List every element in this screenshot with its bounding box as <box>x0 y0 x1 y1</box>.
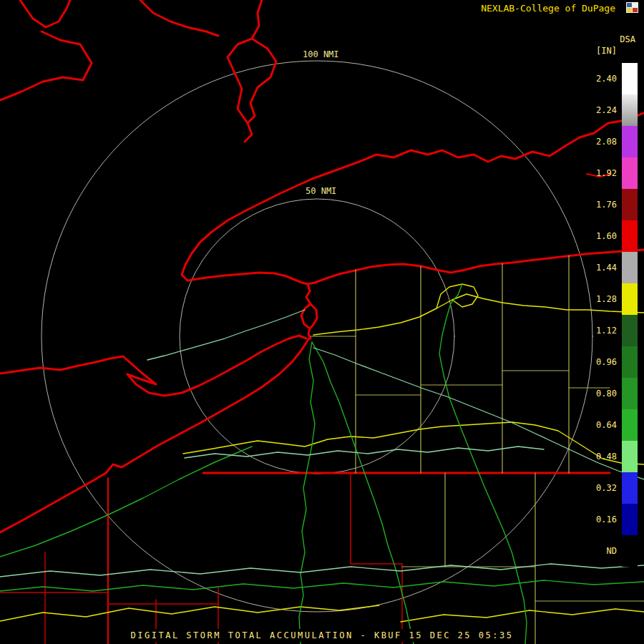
colorbar-tick-1.12: 1.12 <box>596 315 617 346</box>
caption-text: DIGITAL STORM TOTAL ACCUMULATION - KBUF … <box>125 629 519 642</box>
colorbar-segment-0.48 <box>622 441 638 472</box>
colorbar-tick-0.32: 0.32 <box>596 472 617 504</box>
colorbar-tick-0.16: 0.16 <box>596 504 617 535</box>
range-ring-label-50nmi: 50 NMI <box>303 186 338 196</box>
highway-us219 <box>299 342 315 644</box>
highway-niagara-peninsula <box>147 310 305 360</box>
lake-simcoe-outline <box>228 39 276 123</box>
lake-simcoe-tail <box>245 123 252 142</box>
colorbar-tick-1.44: 1.44 <box>596 252 617 283</box>
shorelines-and-borders <box>0 0 644 644</box>
highway-mint-east <box>313 348 644 479</box>
colorbar-segment-2.24 <box>622 94 638 126</box>
colorbar-segment-1.12 <box>622 315 638 346</box>
colorbar-tick-0.96: 0.96 <box>596 346 617 378</box>
colorbar-tick-1.92: 1.92 <box>596 157 617 189</box>
radar-display: 100 NMI 50 NMI NEXLAB-College of DuPage … <box>0 0 644 644</box>
colorbar-tick-ND: ND <box>596 535 617 567</box>
colorbar-tick-2.24: 2.24 <box>596 94 617 126</box>
lake-simcoe-connector <box>252 0 262 39</box>
colorbar-segment-0.80 <box>622 378 638 409</box>
ontario-shoreline-fragment <box>140 0 218 36</box>
county-line-red-6 <box>351 473 402 644</box>
colorbar-segment-1.60 <box>622 220 638 252</box>
colorbar-swatches <box>622 63 638 567</box>
highway-pa-i90 <box>0 447 252 557</box>
colorbar-segment-0.96 <box>622 346 638 378</box>
caption-bar: DIGITAL STORM TOTAL ACCUMULATION - KBUF … <box>0 628 644 641</box>
colorbar-segment-1.76 <box>622 189 638 220</box>
colorbar-segment-2.08 <box>622 126 638 157</box>
colorbar-tick-0.64: 0.64 <box>596 409 617 441</box>
product-code-label: DSA <box>620 34 635 44</box>
colorbar-segment-0.16 <box>622 504 638 535</box>
colorbar-segment-2.40 <box>622 63 638 94</box>
highway-bottom-green <box>0 580 644 591</box>
colorbar-segment-0.32 <box>622 472 638 504</box>
colorbar-tick-0.48: 0.48 <box>596 441 617 472</box>
cod-logo-icon <box>625 1 640 16</box>
niagara-river <box>301 284 311 338</box>
colorbar-segment-ND <box>622 535 638 567</box>
highways <box>0 284 644 644</box>
product-units-label: [IN] <box>596 46 617 56</box>
colorbar-segment-1.44 <box>622 252 638 283</box>
range-ring-label-100nmi: 100 NMI <box>301 49 341 59</box>
highway-bottom-right <box>401 609 644 622</box>
colorbar-segment-1.92 <box>622 157 638 189</box>
highway-bottom-left <box>0 605 379 621</box>
lake-ontario-south-shore <box>187 250 644 284</box>
georgian-bay-shoreline <box>20 0 70 27</box>
brand-title: NEXLAB-College of DuPage <box>481 3 615 14</box>
colorbar-tick-1.60: 1.60 <box>596 220 617 252</box>
radar-map <box>0 0 644 644</box>
highway-se-diagonal <box>312 342 414 644</box>
colorbar-segment-0.64 <box>622 409 638 441</box>
highway-thruway <box>313 294 644 335</box>
colorbar-tick-2.08: 2.08 <box>596 126 617 157</box>
colorbar-tick-0.80: 0.80 <box>596 378 617 409</box>
highway-mint-bottom <box>0 564 644 577</box>
colorbar-labels: 2.402.242.081.921.761.601.441.281.120.96… <box>596 63 617 567</box>
colorbar-tick-1.28: 1.28 <box>596 283 617 315</box>
colorbar-segment-1.28 <box>622 283 638 315</box>
georgian-bay-shoreline-2 <box>0 31 92 100</box>
grand-island-channel <box>310 304 317 328</box>
colorbar-tick-1.76: 1.76 <box>596 189 617 220</box>
highway-i86 <box>183 422 644 464</box>
colorbar-tick-2.40: 2.40 <box>596 63 617 94</box>
highway-right-vertical <box>439 284 527 644</box>
